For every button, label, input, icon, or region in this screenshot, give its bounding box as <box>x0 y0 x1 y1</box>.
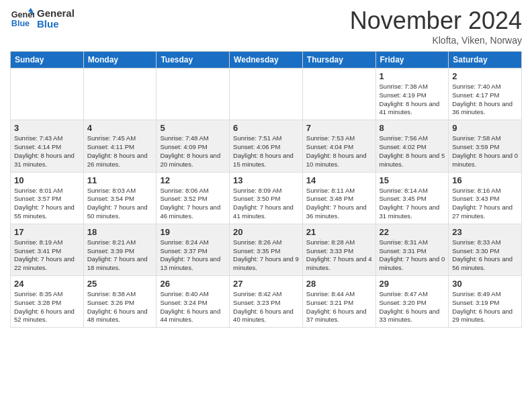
day-info: Sunrise: 8:47 AMSunset: 3:20 PMDaylight:… <box>380 290 445 324</box>
table-row: 24Sunrise: 8:35 AMSunset: 3:28 PMDayligh… <box>11 276 84 328</box>
day-info: Sunrise: 8:31 AMSunset: 3:31 PMDaylight:… <box>380 238 445 273</box>
day-info: Sunrise: 8:09 AMSunset: 3:50 PMDaylight:… <box>233 187 299 221</box>
day-info: Sunrise: 8:42 AMSunset: 3:23 PMDaylight:… <box>233 290 299 324</box>
table-row: 19Sunrise: 8:24 AMSunset: 3:37 PMDayligh… <box>157 224 230 275</box>
table-row: 25Sunrise: 8:38 AMSunset: 3:26 PMDayligh… <box>83 276 157 328</box>
day-info: Sunrise: 7:51 AMSunset: 4:06 PMDaylight:… <box>233 134 299 169</box>
day-number: 9 <box>452 123 518 133</box>
day-number: 11 <box>87 175 153 185</box>
day-number: 1 <box>380 71 445 81</box>
day-number: 23 <box>452 227 518 237</box>
table-row: 9Sunrise: 7:58 AMSunset: 3:59 PMDaylight… <box>449 120 522 172</box>
day-info: Sunrise: 8:28 AMSunset: 3:33 PMDaylight:… <box>306 238 372 273</box>
table-row: 2Sunrise: 7:40 AMSunset: 4:17 PMDaylight… <box>449 68 522 120</box>
table-row: 26Sunrise: 8:40 AMSunset: 3:24 PMDayligh… <box>157 276 230 328</box>
table-row: 14Sunrise: 8:11 AMSunset: 3:48 PMDayligh… <box>302 172 375 224</box>
day-number: 10 <box>14 175 80 185</box>
day-number: 29 <box>380 279 445 289</box>
day-info: Sunrise: 8:24 AMSunset: 3:37 PMDaylight:… <box>160 238 226 273</box>
calendar-week-row: 3Sunrise: 7:43 AMSunset: 4:14 PMDaylight… <box>11 120 522 172</box>
day-info: Sunrise: 8:03 AMSunset: 3:54 PMDaylight:… <box>87 187 153 221</box>
table-row: 12Sunrise: 8:06 AMSunset: 3:52 PMDayligh… <box>157 172 230 224</box>
day-number: 7 <box>306 123 372 133</box>
table-row: 20Sunrise: 8:26 AMSunset: 3:35 PMDayligh… <box>230 224 303 275</box>
day-info: Sunrise: 8:26 AMSunset: 3:35 PMDaylight:… <box>233 238 299 273</box>
calendar-week-row: 10Sunrise: 8:01 AMSunset: 3:57 PMDayligh… <box>11 172 522 224</box>
day-number: 18 <box>87 227 153 237</box>
calendar-header-row: Sunday Monday Tuesday Wednesday Thursday… <box>11 52 522 68</box>
table-row: 18Sunrise: 8:21 AMSunset: 3:39 PMDayligh… <box>83 224 157 275</box>
col-tuesday: Tuesday <box>157 52 230 68</box>
table-row: 15Sunrise: 8:14 AMSunset: 3:45 PMDayligh… <box>375 172 449 224</box>
day-info: Sunrise: 8:01 AMSunset: 3:57 PMDaylight:… <box>14 187 80 221</box>
day-info: Sunrise: 8:33 AMSunset: 3:30 PMDaylight:… <box>452 238 518 273</box>
day-info: Sunrise: 8:11 AMSunset: 3:48 PMDaylight:… <box>306 187 372 221</box>
day-info: Sunrise: 8:16 AMSunset: 3:43 PMDaylight:… <box>452 187 518 221</box>
calendar: Sunday Monday Tuesday Wednesday Thursday… <box>10 51 522 328</box>
table-row: 17Sunrise: 8:19 AMSunset: 3:41 PMDayligh… <box>11 224 84 275</box>
day-number: 17 <box>14 227 80 237</box>
day-info: Sunrise: 8:19 AMSunset: 3:41 PMDaylight:… <box>14 238 80 273</box>
table-row: 29Sunrise: 8:47 AMSunset: 3:20 PMDayligh… <box>375 276 449 328</box>
day-number: 6 <box>233 123 299 133</box>
table-row: 16Sunrise: 8:16 AMSunset: 3:43 PMDayligh… <box>449 172 522 224</box>
day-number: 21 <box>306 227 372 237</box>
day-info: Sunrise: 8:44 AMSunset: 3:21 PMDaylight:… <box>306 290 372 324</box>
day-number: 8 <box>380 123 445 133</box>
day-info: Sunrise: 7:48 AMSunset: 4:09 PMDaylight:… <box>160 134 226 169</box>
table-row: 23Sunrise: 8:33 AMSunset: 3:30 PMDayligh… <box>449 224 522 275</box>
day-info: Sunrise: 7:53 AMSunset: 4:04 PMDaylight:… <box>306 134 372 169</box>
day-info: Sunrise: 8:38 AMSunset: 3:26 PMDaylight:… <box>87 290 153 324</box>
day-number: 3 <box>14 123 80 133</box>
day-number: 14 <box>306 175 372 185</box>
day-number: 5 <box>160 123 226 133</box>
day-info: Sunrise: 7:38 AMSunset: 4:19 PMDaylight:… <box>380 83 445 117</box>
day-info: Sunrise: 8:49 AMSunset: 3:19 PMDaylight:… <box>452 290 518 324</box>
table-row <box>302 68 375 120</box>
col-monday: Monday <box>83 52 157 68</box>
day-number: 28 <box>306 279 372 289</box>
day-number: 26 <box>160 279 226 289</box>
day-number: 4 <box>87 123 153 133</box>
day-number: 12 <box>160 175 226 185</box>
day-number: 22 <box>380 227 445 237</box>
calendar-week-row: 17Sunrise: 8:19 AMSunset: 3:41 PMDayligh… <box>11 224 522 275</box>
col-friday: Friday <box>375 52 449 68</box>
table-row: 30Sunrise: 8:49 AMSunset: 3:19 PMDayligh… <box>449 276 522 328</box>
col-wednesday: Wednesday <box>230 52 303 68</box>
day-number: 16 <box>452 175 518 185</box>
day-info: Sunrise: 7:56 AMSunset: 4:02 PMDaylight:… <box>380 134 445 169</box>
month-title: November 2024 <box>350 7 522 35</box>
table-row: 1Sunrise: 7:38 AMSunset: 4:19 PMDaylight… <box>375 68 449 120</box>
day-info: Sunrise: 7:43 AMSunset: 4:14 PMDaylight:… <box>14 134 80 169</box>
day-info: Sunrise: 8:40 AMSunset: 3:24 PMDaylight:… <box>160 290 226 324</box>
col-thursday: Thursday <box>302 52 375 68</box>
day-number: 19 <box>160 227 226 237</box>
day-number: 20 <box>233 227 299 237</box>
location: Klofta, Viken, Norway <box>350 35 522 46</box>
table-row: 27Sunrise: 8:42 AMSunset: 3:23 PMDayligh… <box>230 276 303 328</box>
table-row: 6Sunrise: 7:51 AMSunset: 4:06 PMDaylight… <box>230 120 303 172</box>
calendar-week-row: 1Sunrise: 7:38 AMSunset: 4:19 PMDaylight… <box>11 68 522 120</box>
table-row: 11Sunrise: 8:03 AMSunset: 3:54 PMDayligh… <box>83 172 157 224</box>
table-row <box>11 68 84 120</box>
day-number: 2 <box>452 71 518 81</box>
day-info: Sunrise: 7:58 AMSunset: 3:59 PMDaylight:… <box>452 134 518 169</box>
day-number: 13 <box>233 175 299 185</box>
col-sunday: Sunday <box>11 52 84 68</box>
table-row: 3Sunrise: 7:43 AMSunset: 4:14 PMDaylight… <box>11 120 84 172</box>
table-row: 7Sunrise: 7:53 AMSunset: 4:04 PMDaylight… <box>302 120 375 172</box>
logo-icon: General Blue <box>10 7 34 31</box>
table-row: 5Sunrise: 7:48 AMSunset: 4:09 PMDaylight… <box>157 120 230 172</box>
table-row <box>157 68 230 120</box>
day-info: Sunrise: 7:40 AMSunset: 4:17 PMDaylight:… <box>452 83 518 117</box>
header: General Blue General Blue November 2024 … <box>10 7 522 46</box>
svg-text:Blue: Blue <box>11 19 30 28</box>
logo-text-blue: Blue <box>37 19 75 30</box>
table-row: 28Sunrise: 8:44 AMSunset: 3:21 PMDayligh… <box>302 276 375 328</box>
page: General Blue General Blue November 2024 … <box>0 0 532 411</box>
table-row: 4Sunrise: 7:45 AMSunset: 4:11 PMDaylight… <box>83 120 157 172</box>
day-info: Sunrise: 7:45 AMSunset: 4:11 PMDaylight:… <box>87 134 153 169</box>
logo: General Blue General Blue <box>10 7 75 31</box>
day-info: Sunrise: 8:21 AMSunset: 3:39 PMDaylight:… <box>87 238 153 273</box>
